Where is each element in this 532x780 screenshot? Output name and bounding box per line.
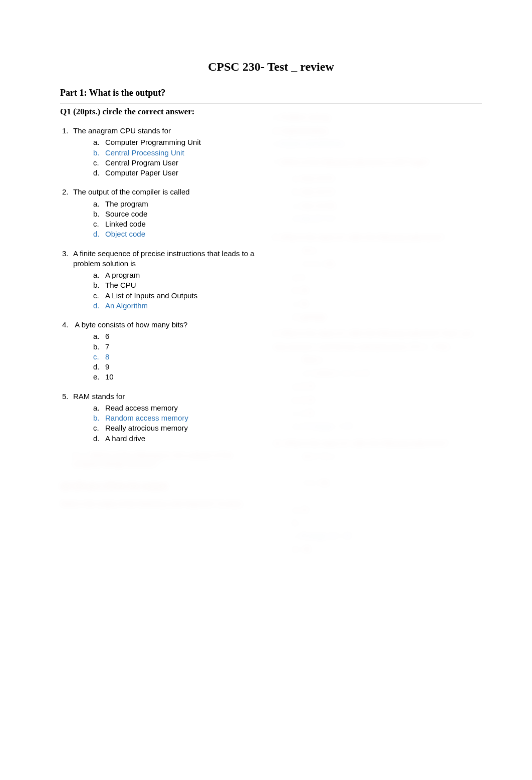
questions-list: 1.The anagram CPU stands for a.Computer … — [60, 126, 262, 444]
opt-text: 9 — [105, 362, 109, 371]
hidden-line: d. char ch="cc"; — [273, 212, 475, 226]
opt-letter: d. — [93, 229, 105, 239]
hidden-line: = x + 30; — [273, 476, 475, 490]
content-columns: Q1 (20pts.) circle the correct answer: 1… — [60, 103, 482, 556]
opt-letter: a. — [93, 331, 105, 341]
hidden-line: a. 10 — [273, 503, 475, 517]
opt-text: 7 — [105, 342, 109, 351]
opt-text: Computer Programming Unit — [105, 138, 201, 146]
opt-letter: b. — [93, 342, 105, 352]
opt-text: The CPU — [105, 281, 136, 289]
options-list: a.Computer Programming Unit b.Central Pr… — [73, 137, 262, 178]
opt-text: Source code — [105, 210, 147, 218]
opt-text: Central Program User — [105, 158, 178, 167]
opt-letter: e. — [93, 372, 105, 382]
hidden-line: a. 5.75 — [273, 380, 475, 394]
opt-letter: d. — [93, 168, 105, 178]
hidden-line: c. 1.75 — [273, 407, 475, 420]
opt-letter: c. — [93, 158, 105, 168]
question-3: 3.A finite sequence of precise instructi… — [73, 249, 262, 311]
opt-letter: d. — [93, 362, 105, 372]
part-heading: Part 1: What is the output? — [60, 88, 482, 98]
options-list: a.The program b.Source code c.Linked cod… — [73, 199, 262, 240]
hidden-line: x = x + 30; — [273, 257, 475, 271]
hidden-line: c. 30 integer 10 + 30 — [273, 530, 475, 543]
opt-letter: c. — [93, 219, 105, 229]
opt-letter: d. — [93, 434, 105, 444]
opt-text: Really atrocious memory — [105, 424, 188, 432]
option-a: a.A program — [93, 270, 262, 280]
option-a: a.6 — [93, 331, 262, 341]
option-c: c.Central Program User — [93, 158, 262, 168]
hidden-line: x = 3.0/4.0 + 3 + 2 / 5 — [273, 367, 475, 380]
opt-letter: a. — [93, 137, 105, 147]
question-1: 1.The anagram CPU stands for a.Computer … — [73, 126, 262, 178]
option-b: b.Source code — [93, 209, 262, 219]
q-text: RAM stands for — [73, 392, 125, 401]
q1-heading: Q1 (20pts.) circle the correct answer: — [60, 107, 262, 117]
option-a: a.The program — [93, 199, 262, 209]
page-title: CPSC 230- Test _ review — [60, 60, 482, 74]
opt-letter: b. — [93, 209, 105, 219]
hidden-q2-section: Q2 (20 pts.) Write the output What is th… — [60, 482, 262, 508]
hidden-text: 6. c- Which of the following is not a ph… — [73, 451, 262, 468]
q-number: 1. — [62, 126, 73, 136]
option-a: a.Computer Programming Unit — [93, 137, 262, 147]
hidden-line: 8. What is the value of x after the foll… — [273, 231, 475, 244]
opt-text: The program — [105, 200, 148, 208]
option-c: c.Linked code — [93, 219, 262, 229]
option-c: c.A List of Inputs and Outputs — [93, 291, 262, 301]
hidden-line: int x; — [273, 244, 475, 257]
q-number: 2. — [62, 187, 73, 197]
options-list: a.A program b.The CPU c.A List of Inputs… — [73, 270, 262, 311]
hidden-line: c. 33 — [273, 297, 475, 311]
opt-text: Linked code — [105, 220, 146, 228]
opt-text: Central Processing Unit — [105, 148, 184, 157]
hidden-line: c. Problem solving — [273, 111, 475, 124]
left-column: Q1 (20pts.) circle the correct answer: 1… — [60, 107, 262, 556]
opt-letter: a. — [93, 403, 105, 413]
option-d: d.A hard drive — [93, 434, 262, 444]
hidden-heading: Q2 (20 pts.) Write the output — [60, 482, 262, 491]
opt-letter: a. — [93, 270, 105, 280]
option-d: d.An Algorithm — [93, 301, 262, 311]
option-c: c.8 — [93, 352, 262, 362]
option-d: d.9 — [93, 362, 262, 372]
hidden-line: 7. Which of the following statements is … — [273, 156, 475, 169]
hidden-line: a. 0 — [273, 271, 475, 284]
opt-text: 10 — [105, 372, 114, 381]
hidden-line: 10. What is the value of x after the fol… — [273, 437, 475, 450]
option-b: b.The CPU — [93, 280, 262, 290]
option-c: c.Really atrocious memory — [93, 423, 262, 433]
question-5: 5.RAM stands for a.Read access memory b.… — [73, 392, 262, 444]
option-d: d.Computer Paper User — [93, 168, 262, 178]
question-2: 2.The output of the compiler is called a… — [73, 187, 262, 239]
hidden-text: What is the output of the following code… — [60, 500, 262, 508]
question-4: 4. A byte consists of how many bits? a.6… — [73, 320, 262, 382]
hidden-line: d. 3.75 integer = 3.75 — [273, 420, 475, 434]
hidden-line: float x; — [273, 353, 475, 367]
option-b: b.Random access memory — [93, 413, 262, 423]
opt-letter: c. — [93, 423, 105, 433]
options-list: a.6 b.7 c.8 d.9 e.10 — [73, 331, 262, 382]
q-text: A finite sequence of precise instruction… — [73, 249, 254, 268]
option-a: a.Read access memory — [93, 403, 262, 413]
opt-letter: b. — [93, 413, 105, 423]
hidden-line: i — [273, 463, 475, 477]
hidden-line: e. Analysis and definition — [273, 137, 475, 151]
hidden-line: d. garbage — [273, 310, 475, 324]
q-number: 5. — [62, 392, 73, 402]
hidden-line: d. Implementation — [273, 124, 475, 138]
opt-text: 6 — [105, 332, 109, 340]
opt-text: A List of Inputs and Outputs — [105, 291, 197, 300]
opt-letter: d. — [93, 301, 105, 311]
hidden-line: b. 30 — [273, 284, 475, 297]
opt-letter: a. — [93, 199, 105, 209]
right-column-hidden: c. Problem solving d. Implementation e. … — [273, 107, 475, 556]
option-e: e.10 — [93, 372, 262, 382]
q-text: A byte consists of how many bits? — [73, 320, 187, 329]
option-d: d.Object code — [93, 229, 262, 239]
opt-text: Computer Paper User — [105, 168, 178, 177]
option-b: b.7 — [93, 342, 262, 352]
opt-letter: b. — [93, 148, 105, 158]
